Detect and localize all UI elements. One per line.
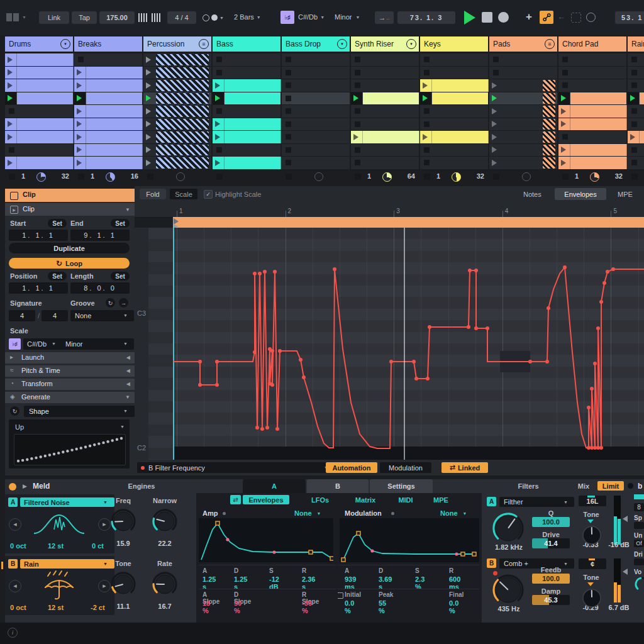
- partial-8-field[interactable]: 8: [634, 503, 644, 511]
- clip-slot[interactable]: [628, 92, 644, 105]
- chevron-down-icon[interactable]: ▼: [60, 39, 70, 49]
- section-launch[interactable]: ▸Launch◀: [5, 352, 135, 364]
- clip-slot[interactable]: [213, 92, 280, 105]
- mix-b-tone-knob[interactable]: [581, 587, 602, 609]
- clip-slot[interactable]: [558, 131, 626, 143]
- initial-checkbox[interactable]: [337, 592, 343, 599]
- clip-body[interactable]: [213, 79, 281, 92]
- clip-slot[interactable]: [282, 67, 350, 79]
- group-slot-clips[interactable]: [543, 106, 555, 117]
- clip-body[interactable]: [432, 92, 488, 105]
- clip-stop-button[interactable]: [562, 70, 568, 75]
- section-collapse-icon[interactable]: ▼: [125, 394, 130, 400]
- clip-slot[interactable]: [628, 118, 644, 131]
- track-header[interactable]: Percussion≡: [143, 36, 211, 52]
- amp-mod-target-menu[interactable]: None▼: [294, 509, 321, 517]
- partial-of-field[interactable]: Of: [634, 540, 644, 547]
- clip-slot[interactable]: [489, 118, 557, 131]
- clip-slot[interactable]: [351, 157, 419, 169]
- engine-a-menu[interactable]: Filtered Noise: [20, 497, 114, 507]
- engine-a-ct[interactable]: 0 ct: [92, 542, 104, 550]
- clip-slot[interactable]: [420, 105, 488, 118]
- signature-numerator-field[interactable]: 4: [9, 310, 35, 321]
- track-stop-button[interactable]: [355, 174, 361, 180]
- group-slot-clips[interactable]: [543, 145, 555, 156]
- loop-brace[interactable]: [173, 217, 644, 228]
- clip-slot[interactable]: [74, 105, 142, 118]
- clip-stop-button[interactable]: [631, 147, 637, 153]
- clip-slot[interactable]: [489, 53, 557, 66]
- capture-area-icon[interactable]: [571, 13, 581, 23]
- clip-slot[interactable]: [282, 144, 350, 157]
- clip-body[interactable]: [74, 118, 143, 131]
- device-title[interactable]: Meld: [33, 482, 50, 491]
- clip-slot[interactable]: [143, 131, 211, 143]
- track-stop-button[interactable]: [562, 174, 569, 180]
- engine-b-menu[interactable]: Rain: [20, 559, 114, 569]
- clip-stop-button[interactable]: [631, 108, 637, 114]
- knob-value[interactable]: 22.2: [146, 540, 184, 547]
- partial-dri-field[interactable]: [634, 558, 644, 565]
- clip-stop-button[interactable]: [216, 108, 222, 114]
- device-tab-a[interactable]: A: [243, 479, 306, 493]
- clip-stop-button[interactable]: [355, 108, 360, 114]
- clip-slot[interactable]: [628, 157, 644, 169]
- shape-preset-menu[interactable]: Up: [15, 423, 24, 431]
- clip-body[interactable]: [74, 67, 143, 79]
- quantize-menu[interactable]: 2 Bars▼: [234, 13, 261, 21]
- mod-mod-target-menu[interactable]: None▼: [440, 509, 467, 517]
- clip-stop-button[interactable]: [286, 57, 291, 62]
- clip-slot[interactable]: [489, 144, 557, 157]
- knob-tone[interactable]: [110, 571, 136, 597]
- clip-body[interactable]: [213, 118, 281, 131]
- clip-stop-button[interactable]: [286, 70, 291, 75]
- tap-tempo-button[interactable]: Tap: [72, 11, 97, 24]
- clip-stop-button[interactable]: [286, 96, 291, 101]
- engine-a-prev-button[interactable]: ◀: [9, 518, 21, 531]
- mix-b-level-handle[interactable]: [623, 569, 628, 575]
- group-slot-clips[interactable]: [543, 131, 555, 143]
- clip-body[interactable]: [420, 79, 489, 92]
- loop-position-field[interactable]: 1. 1. 1: [9, 282, 68, 294]
- clip-slot[interactable]: [5, 67, 73, 79]
- clip-body[interactable]: [5, 53, 74, 66]
- clip-slot[interactable]: [282, 79, 350, 92]
- deactivated-clip-body[interactable]: [156, 119, 209, 130]
- track-stop-button[interactable]: [78, 174, 84, 180]
- mix-b-pan-field[interactable]: ¢: [579, 558, 606, 569]
- clip-slot[interactable]: [282, 157, 350, 169]
- clip-slot[interactable]: [351, 131, 419, 143]
- clip-stop-button[interactable]: [9, 108, 14, 114]
- clip-slot[interactable]: [282, 105, 350, 118]
- clip-slot[interactable]: [420, 53, 488, 66]
- tab-notes[interactable]: Notes: [523, 191, 541, 198]
- track-header[interactable]: Bass Drop▼: [282, 36, 350, 52]
- track-stop-button[interactable]: [216, 174, 223, 180]
- clip-activator-checkbox[interactable]: [10, 192, 18, 200]
- device-tab-b[interactable]: B: [307, 479, 369, 493]
- clip-slot[interactable]: [282, 92, 350, 105]
- clip-body[interactable]: [5, 131, 74, 143]
- clip-stop-button[interactable]: [562, 134, 568, 140]
- engine-a-st[interactable]: 12 st: [48, 542, 64, 550]
- clip-slot[interactable]: [74, 67, 142, 79]
- mix-a-level-value[interactable]: -16 dB: [605, 541, 633, 548]
- q-field[interactable]: 100.0: [532, 517, 570, 527]
- scale-badge-icon[interactable]: ♭♯: [9, 338, 21, 350]
- device-activator[interactable]: [9, 483, 16, 491]
- clip-stop-button[interactable]: [355, 147, 360, 153]
- follow-button[interactable]: →‥: [375, 11, 394, 24]
- partial-selector[interactable]: [634, 494, 644, 499]
- clip-slot[interactable]: [213, 144, 280, 157]
- clip-body[interactable]: [5, 79, 74, 92]
- clip-slot[interactable]: [282, 131, 350, 143]
- clip-stop-button[interactable]: [286, 121, 291, 127]
- clip-slot[interactable]: [558, 92, 626, 105]
- engine-b-prev-button[interactable]: ◀: [9, 580, 21, 592]
- section-collapse-icon[interactable]: ◀: [126, 368, 130, 374]
- end-set-button[interactable]: Set: [111, 219, 130, 228]
- clip-slot[interactable]: [5, 79, 73, 92]
- clip-slot[interactable]: [74, 144, 142, 157]
- scale-root-menu[interactable]: C#/Db▼: [298, 13, 325, 21]
- device-fold-icon[interactable]: ▶: [23, 483, 27, 489]
